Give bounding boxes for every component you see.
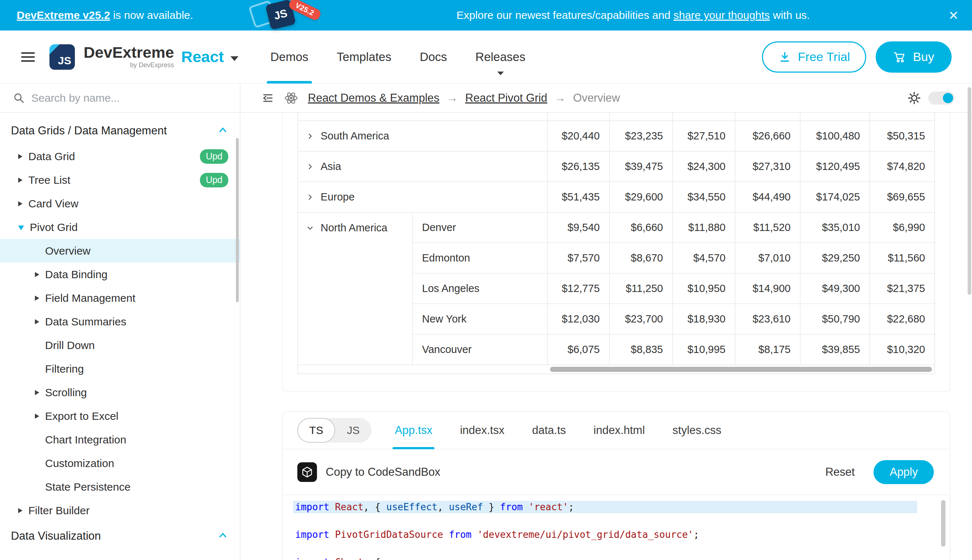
pivot-value-cell: $11,520 xyxy=(735,212,800,243)
pivot-city-cell-new-york: New York xyxy=(413,304,548,335)
sidebar-item-pivot-grid[interactable]: Pivot Grid xyxy=(0,215,240,239)
expand-node-icon[interactable] xyxy=(18,508,23,513)
sidebar-item-label: State Persistence xyxy=(45,481,130,493)
expand-node-icon[interactable] xyxy=(35,296,39,301)
expand-row-icon[interactable] xyxy=(305,192,315,202)
tab-index-tsx[interactable]: index.tsx xyxy=(460,412,504,449)
banner-message: Explore our newest features/capabilities… xyxy=(331,9,935,22)
expand-node-icon[interactable] xyxy=(35,272,39,277)
breadcrumb-item-react-pivot-grid[interactable]: React Pivot Grid xyxy=(465,92,547,105)
expand-row-icon[interactable] xyxy=(305,162,315,172)
expand-node-icon[interactable] xyxy=(18,201,23,206)
version-link[interactable]: DevExtreme v25.2 xyxy=(17,9,110,21)
pivot-value-cell: $20,440 xyxy=(548,121,610,152)
horizontal-scrollbar-thumb[interactable] xyxy=(550,367,932,372)
pivot-value-cell: $6,990 xyxy=(870,212,935,243)
breadcrumb-separator: → xyxy=(447,92,458,105)
code-editor[interactable]: import React, { useEffect, useRef } from… xyxy=(283,495,950,560)
tab-index-html[interactable]: index.html xyxy=(594,412,645,449)
sidebar-item-card-view[interactable]: Card View xyxy=(0,192,240,215)
code-panel: TSJS App.tsxindex.tsxdata.tsindex.htmlst… xyxy=(283,411,950,560)
pivot-value-cell: $44,490 xyxy=(735,182,800,212)
breadcrumb-item-overview: Overview xyxy=(573,92,620,105)
pivot-region-cell-asia[interactable]: Asia xyxy=(298,152,548,182)
collapse-row-icon[interactable] xyxy=(305,223,315,233)
tab-app-tsx[interactable]: App.tsx xyxy=(395,412,432,449)
copy-to-codesandbox-button[interactable]: Copy to CodeSandBox xyxy=(326,466,440,478)
nav-demos[interactable]: Demos xyxy=(271,30,309,83)
pivot-value-cell: $8,835 xyxy=(610,335,673,365)
pivot-region-cell-north-america[interactable]: North America xyxy=(298,212,413,365)
expand-node-icon[interactable] xyxy=(35,390,39,395)
pivot-region-cell-europe[interactable]: Europe xyxy=(298,182,548,212)
sidebar-item-label: Scrolling xyxy=(45,387,87,399)
pivot-value-cell: $35,010 xyxy=(800,212,870,243)
collapse-node-icon[interactable] xyxy=(18,225,24,230)
expand-node-icon[interactable] xyxy=(18,154,23,159)
pivot-region-cell-south-america[interactable]: South America xyxy=(298,121,548,152)
search-input[interactable] xyxy=(31,92,229,104)
language-toggle[interactable]: TSJS xyxy=(297,418,371,443)
theme-toggle[interactable] xyxy=(929,92,955,105)
sidebar-item-filter-builder[interactable]: Filter Builder xyxy=(0,498,240,522)
breadcrumb-bar: React Demos & Examples→React Pivot Grid→… xyxy=(240,83,972,113)
free-trial-button[interactable]: Free Trial xyxy=(762,42,867,73)
sidebar-item-filtering[interactable]: Filtering xyxy=(0,357,240,381)
sidebar-item-state-persistence[interactable]: State Persistence xyxy=(0,475,240,498)
expand-row-icon[interactable] xyxy=(305,132,315,141)
pivot-value-cell: $18,930 xyxy=(673,304,735,335)
sidebar-scrollbar[interactable] xyxy=(236,138,239,302)
sidebar-item-scrolling[interactable]: Scrolling xyxy=(0,381,240,404)
tab-styles-css[interactable]: styles.css xyxy=(673,412,721,449)
sidebar-section-data-grids-data-management[interactable]: Data Grids / Data Management xyxy=(0,117,240,145)
pivot-value-cell: $39,475 xyxy=(610,152,673,182)
tab-data-ts[interactable]: data.ts xyxy=(532,412,566,449)
sidebar-item-chart-integration[interactable]: Chart Integration xyxy=(0,428,240,452)
sidebar-item-field-management[interactable]: Field Management xyxy=(0,286,240,310)
code-line xyxy=(293,514,917,528)
reset-button[interactable]: Reset xyxy=(825,466,855,478)
sidebar-item-data-summaries[interactable]: Data Summaries xyxy=(0,310,240,333)
breadcrumb-item-react-demos-examples[interactable]: React Demos & Examples xyxy=(308,92,440,105)
code-scrollbar[interactable] xyxy=(941,500,945,547)
hamburger-menu-icon[interactable] xyxy=(21,52,35,62)
sidebar-section-label: Data Grids / Data Management xyxy=(11,124,167,137)
horizontal-scrollbar[interactable] xyxy=(298,365,935,374)
expand-node-icon[interactable] xyxy=(18,178,23,183)
pivot-value-cell: $8,175 xyxy=(735,335,800,365)
sidebar-item-data-grid[interactable]: Data GridUpd xyxy=(0,145,240,168)
nav-releases[interactable]: Releases xyxy=(475,30,525,83)
sidebar-item-tree-list[interactable]: Tree ListUpd xyxy=(0,168,240,192)
sidebar-item-drill-down[interactable]: Drill Down xyxy=(0,333,240,357)
sidebar-item-label: Chart Integration xyxy=(45,433,126,446)
pivot-value-cell: $23,610 xyxy=(735,304,800,335)
page-scrollbar[interactable] xyxy=(968,87,971,295)
close-banner-button[interactable]: × xyxy=(935,7,972,23)
pivot-row-south-america: South America$20,440$23,235$27,510$26,66… xyxy=(298,121,935,152)
devextreme-logo[interactable]: JS xyxy=(49,44,75,70)
collapse-panel-icon[interactable] xyxy=(261,92,274,105)
expand-node-icon[interactable] xyxy=(35,319,39,324)
announcement-banner: DevExtreme v25.2 is now available. JS V2… xyxy=(0,0,972,30)
sidebar-section-data-visualization[interactable]: Data Visualization xyxy=(0,522,240,550)
sidebar-item-overview[interactable]: Overview xyxy=(0,239,240,263)
expand-node-icon[interactable] xyxy=(35,413,39,419)
buy-button[interactable]: Buy xyxy=(876,42,952,73)
sidebar-item-label: Card View xyxy=(28,198,79,210)
sidebar-item-data-binding[interactable]: Data Binding xyxy=(0,263,240,286)
nav-docs[interactable]: Docs xyxy=(420,30,447,83)
sidebar-item-export-to-excel[interactable]: Export to Excel xyxy=(0,404,240,428)
sidebar-item-label: Export to Excel xyxy=(45,410,119,422)
language-option-js[interactable]: JS xyxy=(335,418,371,443)
pivot-value-cell: $14,900 xyxy=(735,273,800,304)
framework-selector[interactable]: React xyxy=(181,48,238,66)
share-thoughts-link[interactable]: share your thoughts xyxy=(674,9,770,21)
language-option-ts[interactable]: TS xyxy=(297,418,335,443)
brand-block[interactable]: DevExtreme by DevExpress xyxy=(84,45,174,69)
codesandbox-icon[interactable] xyxy=(297,462,317,482)
nav-templates[interactable]: Templates xyxy=(336,30,391,83)
pivot-value-cell: $11,560 xyxy=(870,243,935,273)
sidebar-item-customization[interactable]: Customization xyxy=(0,452,240,475)
apply-button[interactable]: Apply xyxy=(873,460,934,484)
search-bar[interactable] xyxy=(0,83,240,113)
